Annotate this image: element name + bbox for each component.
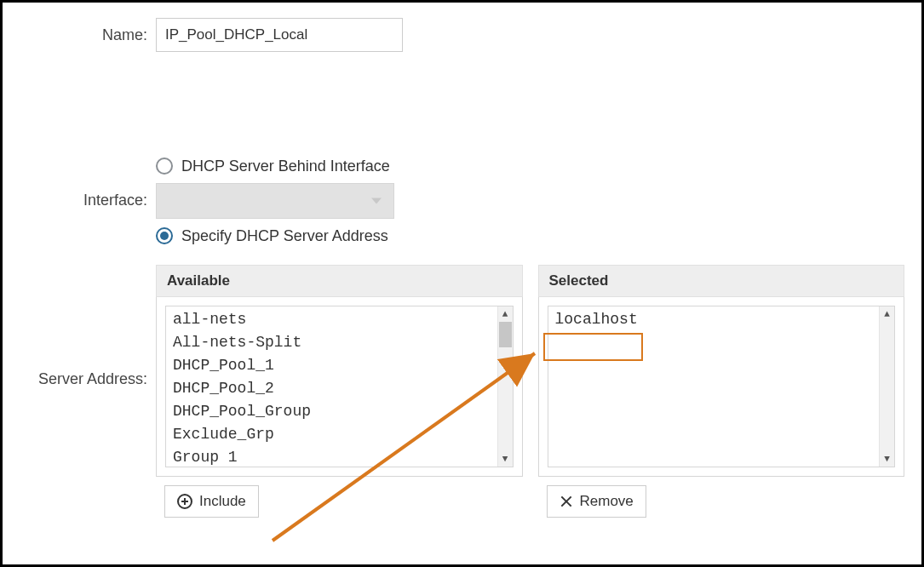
close-icon <box>560 495 573 508</box>
interface-select[interactable] <box>156 183 394 219</box>
selected-col: Selected localhost ▲ ▼ <box>538 265 905 518</box>
dual-list: Available all-netsAll-nets-SplitDHCP_Poo… <box>156 265 904 518</box>
scroll-up-icon[interactable]: ▲ <box>498 306 513 322</box>
list-item[interactable]: DHCP_Pool_2 <box>173 377 494 400</box>
selected-buttons: Remove <box>538 477 905 518</box>
list-item[interactable]: Group 1 <box>173 446 494 467</box>
scroll-up-icon[interactable]: ▲ <box>880 306 894 322</box>
list-item[interactable]: All-nets-Split <box>173 331 494 354</box>
field-server-address: Available all-netsAll-nets-SplitDHCP_Poo… <box>156 260 904 518</box>
list-item[interactable]: localhost <box>555 308 876 331</box>
row-name: Name: <box>20 18 904 52</box>
remove-button[interactable]: Remove <box>547 485 646 518</box>
available-col: Available all-netsAll-nets-SplitDHCP_Poo… <box>156 265 523 518</box>
radio-specify-address-label: Specify DHCP Server Address <box>181 227 388 245</box>
list-item[interactable]: all-nets <box>173 308 494 331</box>
row-interface: Interface: DHCP Server Behind Interface … <box>20 152 904 249</box>
available-header: Available <box>156 265 523 297</box>
radio-specify-address-row[interactable]: Specify DHCP Server Address <box>156 222 904 249</box>
name-input[interactable] <box>156 18 403 52</box>
label-interface: Interface: <box>20 152 156 209</box>
row-server-address: Server Address: Available all-netsAll-ne… <box>20 260 904 518</box>
selected-scrollbar[interactable]: ▲ ▼ <box>879 306 894 467</box>
radio-behind-interface-row[interactable]: DHCP Server Behind Interface <box>156 152 904 180</box>
plus-circle-icon <box>177 494 192 509</box>
label-name: Name: <box>20 18 156 52</box>
dialog-frame: Name: Interface: DHCP Server Behind Inte… <box>0 0 924 567</box>
remove-button-label: Remove <box>580 493 634 510</box>
selected-list-wrap: localhost ▲ ▼ <box>538 297 905 477</box>
radio-behind-interface[interactable] <box>156 158 173 175</box>
field-interface: DHCP Server Behind Interface Specify DHC… <box>156 152 904 249</box>
list-item[interactable]: DHCP_Pool_1 <box>173 354 494 377</box>
radio-specify-address[interactable] <box>156 227 173 244</box>
include-button-label: Include <box>199 493 246 510</box>
chevron-down-icon <box>371 198 382 204</box>
label-server-address: Server Address: <box>20 260 156 388</box>
selected-listbox[interactable]: localhost ▲ ▼ <box>548 306 896 467</box>
scroll-thumb[interactable] <box>499 322 512 347</box>
selected-header: Selected <box>538 265 905 297</box>
available-buttons: Include <box>156 477 523 518</box>
field-name <box>156 18 904 52</box>
available-list-wrap: all-netsAll-nets-SplitDHCP_Pool_1DHCP_Po… <box>156 297 523 477</box>
scroll-down-icon[interactable]: ▼ <box>498 451 513 467</box>
radio-behind-interface-label: DHCP Server Behind Interface <box>181 158 390 175</box>
available-scrollbar[interactable]: ▲ ▼ <box>497 306 513 467</box>
scroll-down-icon[interactable]: ▼ <box>880 451 894 467</box>
include-button[interactable]: Include <box>164 485 259 518</box>
list-item[interactable]: Exclude_Grp <box>173 423 494 446</box>
spacer <box>20 59 904 152</box>
available-listbox[interactable]: all-netsAll-nets-SplitDHCP_Pool_1DHCP_Po… <box>165 306 514 467</box>
list-item[interactable]: DHCP_Pool_Group <box>173 400 494 423</box>
